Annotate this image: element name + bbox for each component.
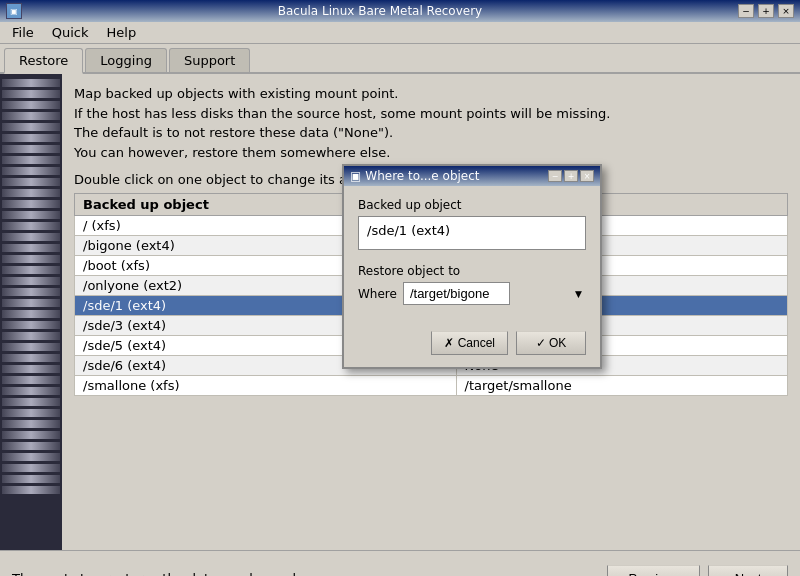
decoration-stripe	[2, 222, 60, 230]
tab-restore[interactable]: Restore	[4, 48, 83, 74]
window-controls: − + ×	[738, 4, 794, 18]
bottom-text: The next step restores the data you have…	[12, 571, 336, 576]
dialog-title-left: ▣ Where to...e object	[350, 169, 480, 183]
info-line-1: Map backed up objects with existing moun…	[74, 84, 788, 104]
backed-up-value: /sde/1 (ext4)	[358, 216, 586, 250]
decoration-stripe	[2, 321, 60, 329]
decoration-stripe	[2, 420, 60, 428]
maximize-button[interactable]: +	[758, 4, 774, 18]
where-to-dialog: ▣ Where to...e object − + × Backed up ob…	[342, 164, 602, 369]
decoration-stripe	[2, 277, 60, 285]
dialog-titlebar: ▣ Where to...e object − + ×	[344, 166, 600, 186]
next-button[interactable]: Next	[708, 565, 788, 576]
close-button[interactable]: ×	[778, 4, 794, 18]
decoration-stripe	[2, 244, 60, 252]
decoration-stripe	[2, 211, 60, 219]
window-title: Bacula Linux Bare Metal Recovery	[22, 4, 738, 18]
decoration-stripe	[2, 266, 60, 274]
minimize-button[interactable]: −	[738, 4, 754, 18]
decoration-stripe	[2, 90, 60, 98]
tabbar: Restore Logging Support	[0, 44, 800, 74]
app-icon: ▣	[6, 3, 22, 19]
decoration-stripe	[2, 365, 60, 373]
decoration-stripe	[2, 299, 60, 307]
dialog-close[interactable]: ×	[580, 170, 594, 182]
backed-up-label: Backed up object	[358, 198, 586, 212]
decoration-stripe	[2, 79, 60, 87]
dialog-title: Where to...e object	[365, 169, 479, 183]
decoration-stripe	[2, 167, 60, 175]
decoration-stripe	[2, 233, 60, 241]
decoration-stripe	[2, 453, 60, 461]
decoration-stripe	[2, 101, 60, 109]
decoration-stripe	[2, 200, 60, 208]
decoration-stripe	[2, 134, 60, 142]
decoration-stripe	[2, 112, 60, 120]
decoration-stripe	[2, 123, 60, 131]
decoration-stripe	[2, 255, 60, 263]
decoration-stripe	[2, 387, 60, 395]
where-select-wrapper: /target/bigone/target/target/boot/target…	[403, 282, 586, 305]
decoration-stripe	[2, 189, 60, 197]
dialog-controls: − + ×	[548, 170, 594, 182]
decoration-stripe	[2, 178, 60, 186]
decoration-stripe	[2, 442, 60, 450]
decoration-stripe	[2, 431, 60, 439]
decoration-stripe	[2, 409, 60, 417]
dialog-content: Backed up object /sde/1 (ext4) Restore o…	[344, 186, 600, 331]
menu-quick[interactable]: Quick	[44, 23, 97, 42]
restore-where-row: Where /target/bigone/target/target/boot/…	[358, 282, 586, 305]
decoration-stripe	[2, 354, 60, 362]
content-panel: Map backed up objects with existing moun…	[62, 74, 800, 550]
info-line-2: If the host has less disks than the sour…	[74, 104, 788, 124]
dialog-minimize[interactable]: −	[548, 170, 562, 182]
previous-button[interactable]: Previous	[607, 565, 700, 576]
dialog-footer: ✗ Cancel ✓ OK	[344, 331, 600, 367]
where-label: Where	[358, 287, 397, 301]
menu-file[interactable]: File	[4, 23, 42, 42]
left-panel	[0, 74, 62, 550]
ok-button[interactable]: ✓ OK	[516, 331, 586, 355]
decoration-stripe	[2, 288, 60, 296]
titlebar: ▣ Bacula Linux Bare Metal Recovery − + ×	[0, 0, 800, 22]
decoration-stripe	[2, 343, 60, 351]
table-row[interactable]: /smallone (xfs)/target/smallone	[75, 376, 788, 396]
decoration-stripe	[2, 486, 60, 494]
decoration-stripe	[2, 156, 60, 164]
cell-restore-to: /target/smallone	[456, 376, 787, 396]
decoration-stripe	[2, 310, 60, 318]
info-text: Map backed up objects with existing moun…	[74, 84, 788, 162]
menubar: File Quick Help	[0, 22, 800, 44]
dialog-icon: ▣	[350, 169, 361, 183]
menu-help[interactable]: Help	[99, 23, 145, 42]
restore-object-label: Restore object to	[358, 264, 586, 278]
cancel-button[interactable]: ✗ Cancel	[431, 331, 508, 355]
main-content: Map backed up objects with existing moun…	[0, 74, 800, 550]
cell-backed-up: /smallone (xfs)	[75, 376, 457, 396]
tab-logging[interactable]: Logging	[85, 48, 167, 72]
decoration-stripe	[2, 475, 60, 483]
bottom-buttons: Previous Next	[607, 565, 788, 576]
decoration-stripe	[2, 376, 60, 384]
decoration-stripe	[2, 464, 60, 472]
info-line-4: You can however, restore them somewhere …	[74, 143, 788, 163]
decoration-stripe	[2, 145, 60, 153]
info-line-3: The default is to not restore these data…	[74, 123, 788, 143]
decoration-stripe	[2, 398, 60, 406]
bottom-bar: The next step restores the data you have…	[0, 550, 800, 576]
decoration-stripe	[2, 332, 60, 340]
tab-support[interactable]: Support	[169, 48, 250, 72]
where-select[interactable]: /target/bigone/target/target/boot/target…	[403, 282, 510, 305]
dialog-maximize[interactable]: +	[564, 170, 578, 182]
